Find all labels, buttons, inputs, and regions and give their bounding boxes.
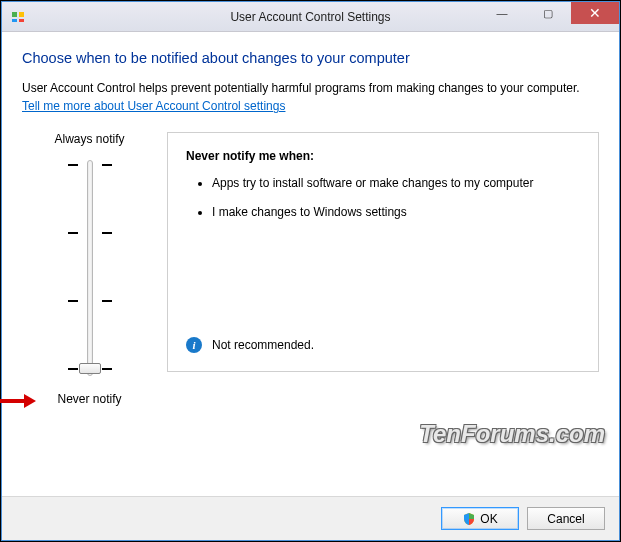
recommendation-row: i Not recommended.: [186, 337, 314, 353]
list-item: I make changes to Windows settings: [212, 204, 580, 220]
slider-tick: [68, 232, 112, 234]
watermark: TenForums.com: [419, 420, 605, 448]
description-list: Apps try to install software or make cha…: [194, 175, 580, 219]
svg-rect-1: [19, 12, 24, 17]
svg-rect-0: [12, 12, 17, 17]
shield-icon: [462, 512, 476, 526]
window-controls: — ▢ ✕: [479, 2, 619, 31]
slider-label-always: Always notify: [22, 132, 157, 146]
body-area: Always notify Never notify Never notify …: [22, 132, 599, 406]
titlebar[interactable]: User Account Control Settings — ▢ ✕: [2, 2, 619, 32]
close-button[interactable]: ✕: [571, 2, 619, 24]
recommendation-text: Not recommended.: [212, 338, 314, 352]
notification-slider[interactable]: [22, 154, 157, 382]
list-item: Apps try to install software or make cha…: [212, 175, 580, 191]
cancel-button[interactable]: Cancel: [527, 507, 605, 530]
app-icon: [10, 9, 26, 25]
info-icon: i: [186, 337, 202, 353]
description-panel: Never notify me when: Apps try to instal…: [167, 132, 599, 372]
maximize-button[interactable]: ▢: [525, 2, 571, 24]
svg-rect-3: [19, 19, 24, 22]
uac-settings-window: User Account Control Settings — ▢ ✕ Choo…: [1, 1, 620, 541]
ok-button[interactable]: OK: [441, 507, 519, 530]
page-subtext: User Account Control helps prevent poten…: [22, 80, 599, 114]
slider-label-never: Never notify: [22, 392, 157, 406]
svg-rect-2: [12, 19, 17, 22]
slider-thumb[interactable]: [79, 363, 101, 374]
page-heading: Choose when to be notified about changes…: [22, 50, 599, 66]
content-area: Choose when to be notified about changes…: [2, 32, 619, 496]
slider-tick: [68, 164, 112, 166]
description-title: Never notify me when:: [186, 149, 580, 163]
slider-rail: [87, 160, 93, 376]
slider-tick: [68, 300, 112, 302]
slider-column: Always notify Never notify: [22, 132, 157, 406]
minimize-button[interactable]: —: [479, 2, 525, 24]
learn-more-link[interactable]: Tell me more about User Account Control …: [22, 98, 285, 114]
button-bar: OK Cancel: [2, 496, 619, 540]
